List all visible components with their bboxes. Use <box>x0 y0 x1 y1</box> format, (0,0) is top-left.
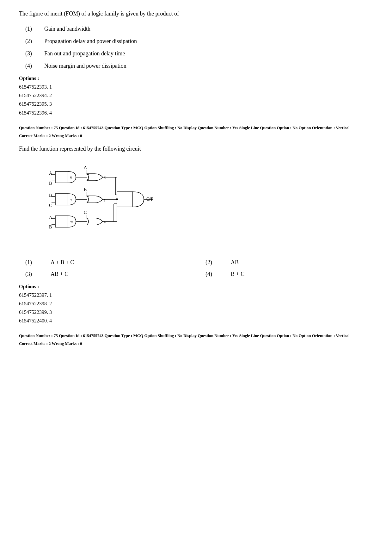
svg-point-54 <box>116 198 118 200</box>
answer-row-3: (3) AB + C <box>25 271 187 278</box>
option-id-75-2: 61547522398. 2 <box>19 299 373 308</box>
option-num-3: (3) <box>25 50 44 57</box>
option-ids-74: 61547522393. 1 61547522394. 2 6154752239… <box>19 83 373 117</box>
svg-text:C: C <box>49 203 52 208</box>
q75-answers: (1) A + B + C (2) AB (3) AB + C (4) B + … <box>25 259 367 278</box>
option-id-75-4: 61547522400. 4 <box>19 316 373 325</box>
option-text-4: Noise margin and power dissipation <box>44 63 126 69</box>
answer-row-2: (2) AB <box>205 259 367 266</box>
question-intro: The figure of merit (FOM) of a logic fam… <box>19 9 373 18</box>
option-row-1: (1) Gain and bandwidth <box>25 26 373 32</box>
svg-text:v: v <box>70 197 72 202</box>
option-ids-75: 61547522397. 1 61547522398. 2 6154752239… <box>19 291 373 325</box>
option-id-75-1: 61547522397. 1 <box>19 291 373 299</box>
svg-text:A: A <box>49 171 52 176</box>
svg-text:A: A <box>84 165 87 170</box>
answer-row-1: (1) A + B + C <box>25 259 187 266</box>
svg-text:B: B <box>84 187 87 192</box>
option-row-4: (4) Noise margin and power dissipation <box>25 63 373 69</box>
option-text-3: Fan out and propagation delay time <box>44 50 125 57</box>
option-id-74-3: 61547522395. 3 <box>19 100 373 108</box>
option-id-74-1: 61547522393. 1 <box>19 83 373 91</box>
option-num-4: (4) <box>25 63 44 69</box>
option-row-3: (3) Fan out and propagation delay time <box>25 50 373 57</box>
answer-text-1: A + B + C <box>51 259 74 266</box>
option-id-74-4: 61547522396. 4 <box>19 109 373 117</box>
answer-num-3: (3) <box>25 271 44 278</box>
svg-rect-9 <box>55 194 68 205</box>
answer-num-4: (4) <box>205 271 224 278</box>
svg-text:C: C <box>84 210 87 215</box>
svg-rect-16 <box>55 216 68 227</box>
option-id-75-3: 61547522399. 3 <box>19 308 373 316</box>
q74-options: (1) Gain and bandwidth (2) Propagation d… <box>25 26 373 69</box>
answer-num-2: (2) <box>205 259 224 266</box>
options-label-75: Options : <box>19 284 373 290</box>
circuit-diagram: A B u B C v A B w <box>32 159 209 248</box>
q75-meta-2: Question Number : 75 Question Id : 61547… <box>19 333 373 339</box>
option-text-2: Propagation delay and power dissipation <box>44 38 137 45</box>
svg-text:B: B <box>49 181 52 186</box>
answer-row-4: (4) B + C <box>205 271 367 278</box>
svg-text:B: B <box>49 225 52 229</box>
svg-text:A: A <box>49 215 52 220</box>
q75-marks-1: Correct Marks : 2 Wrong Marks : 0 <box>19 133 373 138</box>
svg-text:w: w <box>70 219 73 224</box>
answer-num-1: (1) <box>25 259 44 266</box>
option-num-1: (1) <box>25 26 44 32</box>
option-id-74-2: 61547522394. 2 <box>19 91 373 100</box>
q75-marks-2: Correct Marks : 2 Wrong Marks : 0 <box>19 341 373 346</box>
circuit-container: A B u B C v A B w <box>32 159 373 250</box>
q75-body: Find the function represented by the fol… <box>19 145 373 153</box>
svg-text:u: u <box>70 175 72 179</box>
option-row-2: (2) Propagation delay and power dissipat… <box>25 38 373 45</box>
options-label-74: Options : <box>19 76 373 81</box>
option-text-1: Gain and bandwidth <box>44 26 90 32</box>
answer-text-3: AB + C <box>51 271 68 278</box>
answer-text-4: B + C <box>231 271 244 278</box>
q75-meta-1: Question Number : 75 Question Id : 61547… <box>19 125 373 131</box>
option-num-2: (2) <box>25 38 44 45</box>
svg-text:B: B <box>49 193 52 198</box>
answer-text-2: AB <box>231 259 239 266</box>
svg-rect-2 <box>55 171 68 183</box>
svg-rect-42 <box>117 192 133 207</box>
